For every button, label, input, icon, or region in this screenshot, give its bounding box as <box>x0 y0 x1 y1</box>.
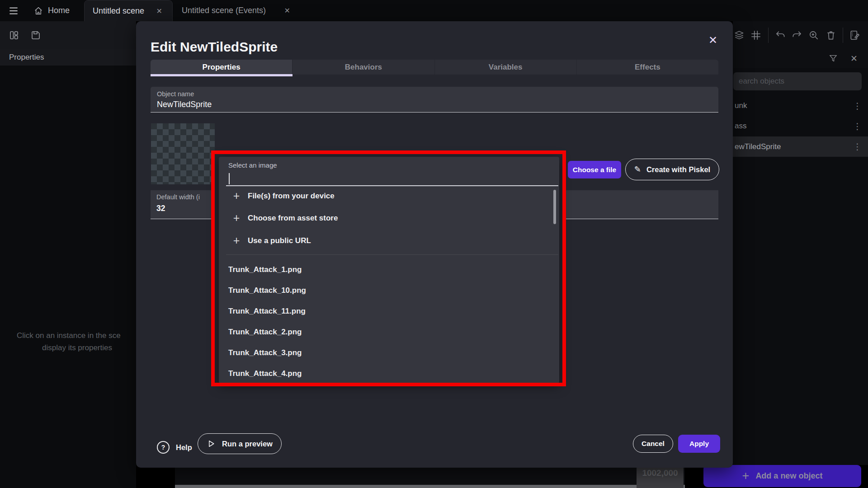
default-width-field[interactable]: Default width (i 32 <box>151 190 213 219</box>
pencil-icon: ✎ <box>634 164 641 174</box>
dialog-tab-bar: Properties Behaviors Variables Effects <box>151 60 718 75</box>
tab-effects[interactable]: Effects <box>577 60 718 75</box>
empty-state-text: Click on an instance in the sce <box>17 331 121 340</box>
apply-label: Apply <box>689 440 709 448</box>
select-image-label: Select an image <box>228 161 277 169</box>
kebab-menu-icon[interactable]: ⋮ <box>853 121 868 131</box>
objects-panel-header: ✕ <box>733 49 868 68</box>
default-width-field-continued <box>566 190 718 219</box>
object-list-item[interactable]: ass ⋮ <box>733 117 868 135</box>
object-name-field[interactable]: Object name NewTiledSprite <box>151 87 718 113</box>
edit-events-sheet-icon[interactable] <box>849 28 862 42</box>
close-panel-icon[interactable]: ✕ <box>847 52 861 65</box>
text-caret <box>229 173 230 184</box>
object-list-item[interactable]: unk ⋮ <box>733 97 868 114</box>
hamburger-icon <box>8 5 19 17</box>
grid-icon[interactable] <box>750 28 763 42</box>
default-width-value: 32 <box>156 204 207 213</box>
file-option[interactable]: Trunk_Attack_3.png <box>219 343 553 362</box>
close-dialog-icon[interactable]: ✕ <box>704 31 722 49</box>
tab-properties[interactable]: Properties <box>151 60 292 75</box>
empty-state-text: display its properties <box>42 343 112 352</box>
menu-item-use-public-url[interactable]: + Use a public URL <box>219 230 559 251</box>
tab-events-label: Untitled scene (Events) <box>182 6 266 15</box>
menu-item-files-from-device[interactable]: + File(s) from your device <box>219 186 559 206</box>
object-name-value: NewTiledSprite <box>157 100 712 109</box>
object-name-label: Object name <box>157 90 712 98</box>
layers-icon[interactable] <box>733 28 746 42</box>
plus-icon: + <box>231 189 242 202</box>
object-list-item-selected[interactable]: ewTiledSprite ⋮ <box>733 136 868 157</box>
dialog-title: Edit NewTiledSprite <box>151 39 278 55</box>
toolbar-separator <box>768 28 769 43</box>
play-icon <box>207 439 216 448</box>
choose-a-file-label: Choose a file <box>573 166 616 174</box>
file-option[interactable]: Trunk_Attack_10.png <box>219 281 553 300</box>
plus-icon: + <box>231 211 242 225</box>
redo-icon[interactable] <box>791 28 804 42</box>
top-tab-bar: Home Untitled scene ✕ Untitled scene (Ev… <box>0 0 868 21</box>
filter-icon[interactable] <box>826 52 840 65</box>
tab-untitled-scene-events[interactable]: Untitled scene (Events) ✕ <box>174 0 300 21</box>
toolbar-separator <box>843 28 843 43</box>
properties-panel-title: Properties <box>9 53 44 62</box>
select-image-dropdown: Select an image + File(s) from your devi… <box>219 157 559 383</box>
object-name: ass <box>733 122 746 131</box>
trash-icon[interactable] <box>824 28 837 42</box>
tab-home-label: Home <box>48 6 70 15</box>
add-new-object-label: Add a new object <box>755 471 822 481</box>
choose-a-file-button[interactable]: Choose a file <box>568 161 621 178</box>
add-new-object-button[interactable]: + Add a new object <box>703 465 861 487</box>
apply-button[interactable]: Apply <box>678 435 720 453</box>
object-name: unk <box>733 101 747 110</box>
plus-icon: + <box>231 234 242 247</box>
gdevelop-app: { "colors": { "accent_purple": "#5a2fd8"… <box>0 0 868 488</box>
file-option[interactable]: Trunk_Attack_11.png <box>219 302 553 321</box>
editor-toolbar-left <box>0 21 136 49</box>
scene-toolbar-right <box>733 21 868 49</box>
properties-panel-header: Properties <box>0 49 136 66</box>
kebab-menu-icon[interactable]: ⋮ <box>853 101 868 111</box>
menu-divider <box>226 254 558 255</box>
dropdown-scrollbar[interactable] <box>553 190 556 224</box>
help-button[interactable]: ? Help <box>153 437 196 458</box>
cancel-label: Cancel <box>642 440 665 448</box>
file-option[interactable]: Trunk_Attack_1.png <box>219 260 553 279</box>
run-a-preview-label: Run a preview <box>222 440 273 448</box>
kebab-menu-icon[interactable]: ⋮ <box>853 141 868 152</box>
default-width-label: Default width (i <box>156 193 207 201</box>
undo-icon[interactable] <box>774 28 787 42</box>
menu-item-label: Use a public URL <box>248 236 311 245</box>
tab-behaviors[interactable]: Behaviors <box>292 60 434 75</box>
home-icon <box>33 6 43 16</box>
tab-home[interactable]: Home <box>25 0 78 21</box>
menu-item-choose-from-asset-store[interactable]: + Choose from asset store <box>219 208 559 228</box>
select-image-input[interactable] <box>229 172 364 185</box>
create-with-piskel-button[interactable]: ✎ Create with Piskel <box>625 159 719 180</box>
coordinates-value: 1002,000 <box>642 468 678 488</box>
question-mark-icon: ? <box>157 441 170 454</box>
objects-panel: unk ⋮ ass ⋮ ewTiledSprite ⋮ <box>733 68 868 465</box>
panel-layout-icon[interactable] <box>7 28 21 42</box>
image-preview-placeholder[interactable] <box>151 123 215 184</box>
file-option[interactable]: Trunk_Attack_2.png <box>219 323 553 342</box>
scene-canvas-edge <box>175 485 685 488</box>
active-tab-underline <box>151 74 292 76</box>
edit-object-dialog: Edit NewTiledSprite ✕ Properties Behavio… <box>136 21 733 468</box>
close-icon[interactable]: ✕ <box>155 6 164 16</box>
save-icon[interactable] <box>29 28 42 42</box>
cancel-button[interactable]: Cancel <box>633 435 673 453</box>
object-name: ewTiledSprite <box>733 142 781 151</box>
create-with-piskel-label: Create with Piskel <box>646 165 710 174</box>
tab-variables[interactable]: Variables <box>435 60 576 75</box>
zoom-in-icon[interactable] <box>807 28 821 42</box>
search-objects-input[interactable] <box>733 72 862 90</box>
run-a-preview-button[interactable]: Run a preview <box>198 433 282 454</box>
tab-untitled-scene[interactable]: Untitled scene ✕ <box>84 0 173 21</box>
menu-item-label: Choose from asset store <box>248 214 338 223</box>
hamburger-menu-button[interactable] <box>5 4 23 18</box>
file-option[interactable]: Trunk_Attack_4.png <box>219 364 553 383</box>
close-icon[interactable]: ✕ <box>283 5 292 16</box>
tab-scene-label: Untitled scene <box>93 6 144 16</box>
help-label: Help <box>176 443 192 452</box>
